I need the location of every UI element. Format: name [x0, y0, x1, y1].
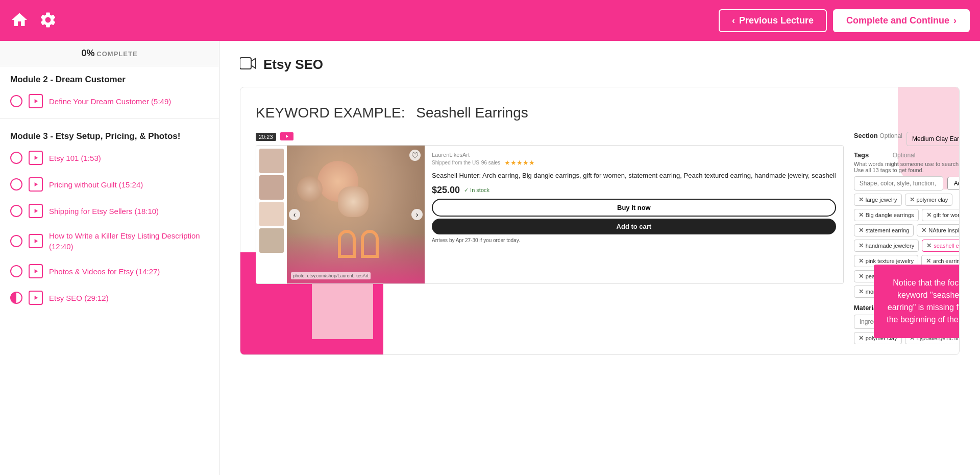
section-row: Section Optional Medium Clay Earrings ▾ [854, 132, 960, 146]
material-remove-icon[interactable]: ✕ [859, 335, 864, 342]
listing-price: $25.00 [432, 185, 460, 196]
tag-remove-icon[interactable]: ✕ [926, 242, 932, 249]
lesson-circle-icon [10, 265, 22, 277]
tags-description-text: What words might someone use to search f… [854, 161, 960, 173]
lesson-title: How to Write a Killer Etsy Listing Descr… [49, 230, 209, 252]
delivery-info: Arrives by Apr 27-30 if you order today. [432, 238, 836, 243]
etsy-listing-mockup: photo: etsy.com/shop/LaurenLikesArt ‹ › … [256, 145, 844, 284]
shop-meta: Shipped from the US 96 sales ★★★★★ [432, 159, 836, 167]
section-select[interactable]: Medium Clay Earrings ▾ [906, 132, 960, 146]
page-title: Etsy SEO [263, 57, 323, 73]
tag-remove-icon[interactable]: ✕ [926, 257, 931, 265]
lesson-title: Etsy 101 (1:53) [49, 153, 101, 163]
play-icon [29, 151, 43, 165]
prev-lecture-label: Previous Lecture [739, 15, 814, 26]
next-arrow-icon: › [953, 15, 957, 26]
etsy-listing-details: LaurenLikesArt Shipped from the US 96 sa… [425, 146, 843, 283]
etsy-thumb-3[interactable] [259, 202, 284, 226]
video-play-button[interactable] [280, 132, 293, 140]
tag-seashell-earring: ✕seashell earring [922, 240, 960, 252]
module-2-header: Module 2 - Dream Customer [0, 66, 219, 88]
tag-remove-icon[interactable]: ✕ [859, 288, 864, 295]
play-icon [29, 177, 43, 192]
lesson-circle-icon [10, 235, 22, 247]
tag-remove-icon[interactable]: ✕ [859, 242, 864, 249]
shell-2 [338, 186, 369, 217]
main-layout: 0% COMPLETE Module 2 - Dream Customer De… [0, 41, 980, 475]
notice-box: Notice that the focus keyword "seashell … [874, 265, 960, 338]
tag-large-jewelry: ✕large jewelry [854, 194, 902, 206]
lesson-title: Shipping for Etsy Sellers (18:10) [49, 206, 159, 217]
tag-gift-women: ✕gift for women [922, 209, 960, 221]
sidebar-divider [0, 118, 219, 119]
lesson-pricing[interactable]: Pricing without Guilt (15:24) [0, 171, 219, 198]
video-icon [240, 56, 256, 73]
prev-arrow-icon: ‹ [732, 15, 735, 26]
earring-shape-1 [338, 230, 356, 258]
play-icon [29, 204, 43, 218]
shop-location: Shipped from the US [432, 160, 479, 165]
lesson-photos-videos[interactable]: Photos & Videos for Etsy (14:27) [0, 258, 219, 284]
shop-name: LaurenLikesArt [432, 152, 470, 158]
lesson-define-dream-customer[interactable]: Define Your Dream Customer (5:49) [0, 88, 219, 114]
nav-right: ‹ Previous Lecture Complete and Continue… [719, 9, 970, 32]
prev-image-button[interactable]: ‹ [289, 209, 300, 220]
home-button[interactable] [10, 11, 29, 31]
nav-left [10, 11, 57, 31]
tags-add-button[interactable]: Add [947, 177, 960, 190]
lesson-shipping[interactable]: Shipping for Etsy Sellers (18:10) [0, 198, 219, 224]
buy-now-button[interactable]: Buy it now [432, 199, 836, 217]
next-image-button[interactable]: › [411, 209, 423, 220]
lesson-etsy-101[interactable]: Etsy 101 (1:53) [0, 145, 219, 171]
tags-optional: Optional [893, 152, 916, 159]
tags-input-row: Add All 13 used [854, 176, 960, 191]
tag-remove-icon[interactable]: ✕ [921, 227, 926, 234]
tag-remove-icon[interactable]: ✕ [926, 211, 932, 219]
keyword-example-card: KEYWORD EXAMPLE: Seashell Earrings 20:23 [240, 87, 960, 355]
lesson-title: Etsy SEO (29:12) [49, 293, 109, 303]
prev-lecture-button[interactable]: ‹ Previous Lecture [719, 9, 827, 32]
lesson-title: Photos & Videos for Etsy (14:27) [49, 266, 160, 277]
tag-remove-icon[interactable]: ✕ [859, 273, 864, 280]
favorite-button[interactable]: ♡ [409, 150, 421, 161]
lesson-etsy-seo[interactable]: Etsy SEO (29:12) [0, 284, 219, 311]
section-value: Medium Clay Earrings [912, 135, 960, 142]
tags-input[interactable] [854, 176, 943, 191]
notice-text: Notice that the focus keyword "seashell … [887, 278, 960, 324]
progress-label: COMPLETE [96, 50, 137, 58]
tag-big-dangle: ✕Big dangle earrings [854, 209, 919, 221]
complete-continue-button[interactable]: Complete and Continue › [833, 9, 970, 32]
lesson-title: Define Your Dream Customer (5:49) [49, 96, 171, 107]
etsy-thumbnails [256, 146, 287, 283]
module-3-header: Module 3 - Etsy Setup, Pricing, & Photos… [0, 123, 219, 145]
etsy-thumb-1[interactable] [259, 149, 284, 173]
price-row: $25.00 ✓ In stock [432, 185, 836, 196]
tags-header: Tags Optional [854, 151, 960, 159]
lesson-circle-icon [10, 152, 22, 164]
svg-rect-0 [240, 58, 251, 69]
tag-remove-icon[interactable]: ✕ [859, 227, 864, 234]
play-icon [29, 264, 43, 278]
tag-remove-icon[interactable]: ✕ [910, 196, 915, 203]
lesson-title: Pricing without Guilt (15:24) [49, 179, 143, 190]
lesson-listing-description[interactable]: How to Write a Killer Etsy Listing Descr… [0, 224, 219, 258]
tag-remove-icon[interactable]: ✕ [859, 257, 864, 265]
etsy-thumb-2[interactable] [259, 175, 284, 200]
tag-polymer-clay-1: ✕polymer clay [905, 194, 953, 206]
keyword-headline: KEYWORD EXAMPLE: Seashell Earrings [256, 103, 944, 122]
progress-section: 0% COMPLETE [0, 41, 219, 66]
tags-label: Tags [854, 151, 890, 159]
tag-remove-icon[interactable]: ✕ [859, 196, 864, 203]
lesson-circle-icon [10, 95, 22, 107]
lesson-circle-icon [10, 205, 22, 217]
settings-button[interactable] [39, 11, 57, 31]
etsy-main-image: photo: etsy.com/shop/LaurenLikesArt ‹ › … [287, 146, 425, 283]
play-icon [29, 234, 43, 248]
play-icon [29, 291, 43, 305]
shop-sales: 96 sales [481, 160, 500, 165]
tag-remove-icon[interactable]: ✕ [859, 211, 864, 219]
video-timer: 20:23 [256, 133, 276, 141]
etsy-thumb-4[interactable] [259, 228, 284, 253]
lesson-circle-icon [10, 178, 22, 191]
add-to-cart-button[interactable]: Add to cart [432, 219, 836, 234]
